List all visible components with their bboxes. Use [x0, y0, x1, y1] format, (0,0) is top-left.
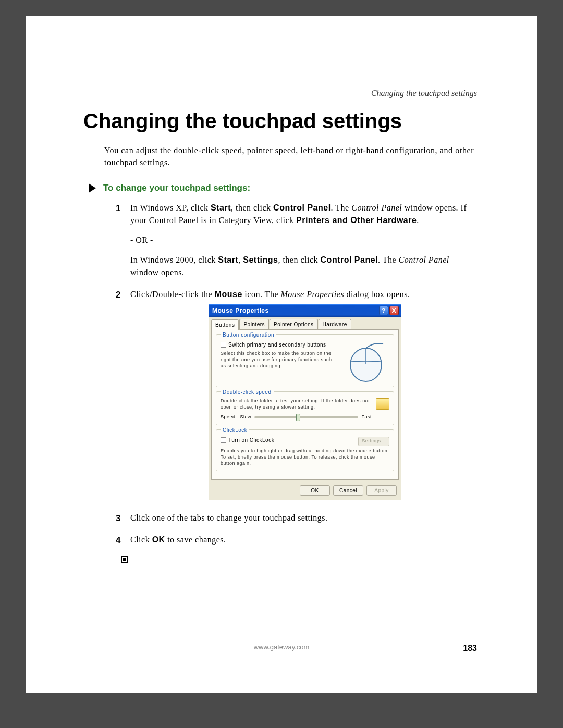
tab-hardware[interactable]: Hardware: [319, 319, 351, 329]
tab-buttons[interactable]: Buttons: [211, 319, 239, 330]
speed-slider-row: Speed: Slow Fast: [221, 414, 372, 421]
step-number: 2: [116, 288, 121, 302]
fast-label: Fast: [361, 414, 372, 421]
speed-slider[interactable]: [254, 416, 358, 418]
step-number: 1: [116, 202, 121, 215]
group-double-click: Double-click speed Double-click the fold…: [216, 391, 394, 425]
help-button[interactable]: ?: [379, 306, 388, 315]
tab-pointer-options[interactable]: Pointer Options: [270, 319, 317, 329]
page-title: Changing the touchpad settings: [83, 109, 480, 133]
group-title: ClickLock: [221, 426, 249, 434]
cancel-button[interactable]: Cancel: [333, 485, 363, 496]
step-number: 3: [116, 512, 121, 525]
step-2: 2 Click/Double-click the Mouse icon. The…: [116, 288, 480, 500]
group-desc: Select this check box to make the button…: [221, 351, 338, 369]
group-button-config: Button configuration Switch primary and …: [216, 334, 394, 387]
tabs-row: Buttons Pointers Pointer Options Hardwar…: [209, 317, 401, 329]
running-head: Changing the touchpad settings: [371, 89, 477, 98]
step-3: 3 Click one of the tabs to change your t…: [116, 512, 480, 524]
step-text: Click one of the tabs to change your tou…: [130, 513, 328, 522]
close-button[interactable]: X: [389, 306, 399, 315]
or-divider: - OR -: [130, 234, 480, 246]
steps-list: 1 In Windows XP, click Start, then click…: [116, 202, 480, 546]
slow-label: Slow: [240, 414, 252, 421]
group-clicklock: ClickLock Turn on ClickLock Settings... …: [216, 429, 394, 471]
footer-url: www.gateway.com: [254, 643, 310, 651]
group-title: Double-click speed: [221, 388, 274, 396]
checkbox-icon[interactable]: [221, 342, 226, 348]
step-1: 1 In Windows XP, click Start, then click…: [116, 202, 480, 279]
dialog-button-row: OK Cancel Apply: [209, 482, 401, 500]
dialog-title: Mouse Properties: [212, 306, 269, 315]
checkbox-label: Turn on ClickLock: [228, 436, 274, 444]
step-number: 4: [116, 534, 121, 547]
step-alt-text: In Windows 2000, click Start, Settings, …: [130, 255, 449, 277]
procedure-heading: To change your touchpad settings:: [103, 183, 250, 193]
clicklock-checkbox-row[interactable]: Turn on ClickLock: [221, 436, 274, 444]
group-desc: Double-click the folder to test your set…: [221, 398, 372, 410]
triangle-icon: [89, 183, 96, 193]
ok-button[interactable]: OK: [300, 485, 330, 496]
step-text: Click/Double-click the Mouse icon. The M…: [130, 290, 410, 299]
step-text: In Windows XP, click Start, then click C…: [130, 203, 467, 225]
tab-panel: Button configuration Switch primary and …: [211, 329, 399, 480]
page-footer: www.gateway.com: [26, 642, 537, 651]
switch-buttons-checkbox-row[interactable]: Switch primary and secondary buttons: [221, 341, 338, 349]
folder-icon[interactable]: [376, 398, 389, 410]
checkbox-icon[interactable]: [221, 437, 226, 443]
intro-paragraph: You can adjust the double-click speed, p…: [104, 144, 480, 168]
apply-button[interactable]: Apply: [366, 485, 397, 496]
settings-button[interactable]: Settings...: [358, 437, 389, 446]
mouse-properties-dialog: Mouse Properties ? X Buttons Pointers Po…: [209, 304, 401, 500]
document-page: Changing the touchpad settings Changing …: [26, 16, 537, 693]
tab-pointers[interactable]: Pointers: [239, 319, 269, 329]
speed-label: Speed:: [221, 414, 237, 421]
step-4: 4 Click OK to save changes.: [116, 534, 480, 546]
procedure-heading-row: To change your touchpad settings:: [89, 183, 480, 193]
dialog-titlebar: Mouse Properties ? X: [209, 304, 401, 317]
group-desc: Enables you to highlight or drag without…: [221, 448, 389, 466]
page-number: 183: [463, 644, 477, 653]
mouse-icon: [342, 341, 389, 382]
checkbox-label: Switch primary and secondary buttons: [228, 341, 326, 349]
dialog-figure: Mouse Properties ? X Buttons Pointers Po…: [130, 304, 480, 500]
step-text: Click OK to save changes.: [130, 535, 226, 544]
group-title: Button configuration: [221, 331, 276, 339]
end-of-procedure-icon: [121, 556, 128, 563]
